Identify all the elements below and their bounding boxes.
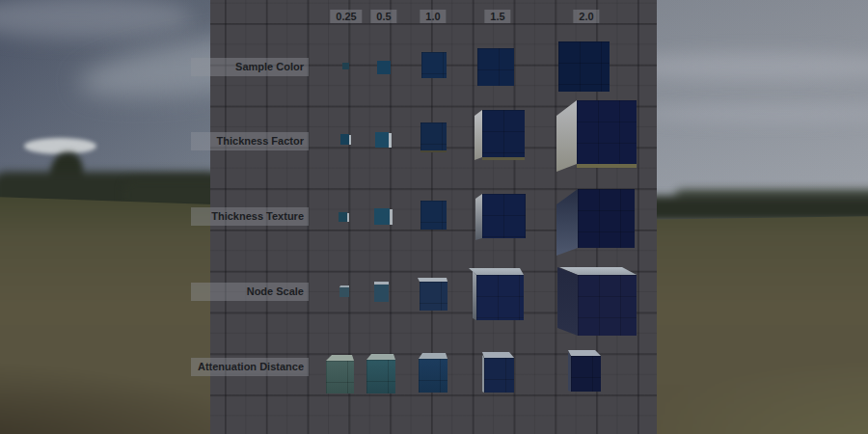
column-header-2: 0.5 — [370, 10, 396, 23]
cloud — [24, 138, 96, 154]
row-label-node-scale: Node Scale — [191, 283, 309, 301]
column-header-4: 1.5 — [484, 10, 510, 23]
row-label-thickness-factor: Thickness Factor — [191, 132, 309, 150]
row-label-attenuation-distance: Attenuation Distance — [191, 358, 309, 376]
column-header-3: 1.0 — [420, 10, 446, 23]
viewport-3d[interactable]: 0.250.51.01.52.0Sample ColorThickness Fa… — [0, 0, 868, 434]
column-header-1: 0.25 — [330, 10, 362, 23]
row-label-thickness-texture: Thickness Texture — [191, 207, 309, 226]
row-label-sample-color: Sample Color — [191, 58, 309, 76]
column-header-5: 2.0 — [573, 10, 599, 23]
